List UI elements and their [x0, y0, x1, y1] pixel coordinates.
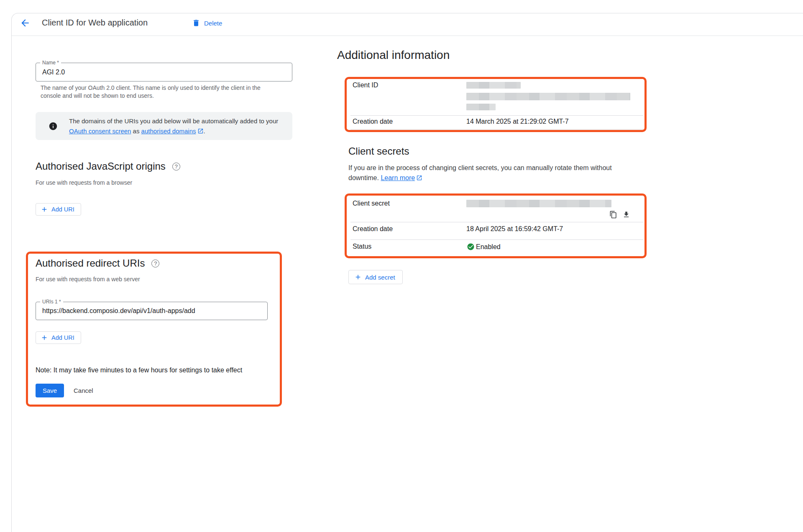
- client-id-redacted-bar: [466, 104, 496, 110]
- client-name-helper-text: The name of your OAuth 2.0 client. This …: [41, 84, 273, 100]
- settings-note-text: Note: It may take five minutes to a few …: [36, 367, 242, 374]
- row-divider: [350, 222, 643, 222]
- add-js-origin-uri-button[interactable]: Add URI: [36, 203, 81, 216]
- authorised-domains-link[interactable]: authorised domains: [141, 127, 196, 135]
- external-link-icon[interactable]: [416, 175, 422, 181]
- redirect-uris-section-title: Authorised redirect URIs ?: [36, 257, 159, 269]
- info-banner-text-2: as: [131, 127, 141, 135]
- client-secrets-title: Client secrets: [348, 145, 409, 157]
- js-origins-subtitle: For use with requests from a browser: [36, 179, 132, 186]
- learn-more-link[interactable]: Learn more: [381, 174, 415, 181]
- page-title: Client ID for Web application: [42, 18, 148, 28]
- client-secrets-description: If you are in the process of changing cl…: [348, 163, 637, 183]
- client-secret-creation-date-value: 18 April 2025 at 16:59:42 GMT-7: [466, 225, 563, 233]
- status-label: Status: [353, 243, 371, 250]
- delete-button-label: Delete: [204, 20, 222, 27]
- add-redirect-uri-button[interactable]: Add URI: [36, 331, 81, 344]
- annotation-box-redirect-uris: [26, 252, 282, 407]
- check-circle-icon: [467, 243, 475, 251]
- js-origins-section-title: Authorised JavaScript origins ?: [36, 160, 180, 172]
- add-secret-button[interactable]: Add secret: [348, 270, 403, 284]
- js-origins-help-icon[interactable]: ?: [172, 163, 180, 171]
- redirect-uri-field-outline: [36, 302, 268, 320]
- client-id-redacted-bar: [466, 93, 630, 100]
- cancel-button[interactable]: Cancel: [74, 387, 93, 394]
- client-secret-redacted-bar: [466, 200, 611, 207]
- row-divider: [350, 129, 643, 130]
- info-banner: The domains of the URIs you add below wi…: [36, 112, 292, 140]
- oauth-client-page: Client ID for Web application Delete Nam…: [0, 0, 803, 532]
- info-banner-text: The domains of the URIs you add below wi…: [69, 116, 284, 136]
- trash-icon: [192, 19, 200, 27]
- arrow-back-icon: [20, 18, 31, 28]
- client-secret-label: Client secret: [353, 200, 390, 207]
- external-link-icon[interactable]: [197, 128, 204, 134]
- copy-secret-button[interactable]: [609, 211, 617, 219]
- row-divider: [350, 115, 643, 116]
- download-secret-button[interactable]: [622, 211, 630, 219]
- redirect-uris-title-text: Authorised redirect URIs: [36, 257, 145, 269]
- info-banner-text-1: The domains of the URIs you add below wi…: [69, 117, 278, 125]
- client-id-redacted-bar: [466, 82, 521, 89]
- client-name-field-label: Name *: [40, 60, 61, 66]
- download-icon: [622, 211, 630, 219]
- status-badge: Enabled: [467, 243, 501, 251]
- additional-information-title: Additional information: [337, 48, 450, 62]
- delete-button[interactable]: Delete: [189, 17, 225, 29]
- redirect-uris-subtitle: For use with requests from a web server: [36, 276, 140, 283]
- plus-icon: [41, 206, 48, 213]
- row-divider: [350, 239, 643, 240]
- client-id-label: Client ID: [353, 81, 378, 89]
- info-icon: [49, 122, 58, 131]
- plus-icon: [354, 273, 362, 281]
- plus-icon: [41, 334, 48, 341]
- js-origins-title-text: Authorised JavaScript origins: [36, 160, 166, 172]
- redirect-uris-help-icon[interactable]: ?: [151, 260, 159, 267]
- add-uri-button-label: Add URI: [51, 334, 74, 341]
- client-id-creation-date-label: Creation date: [353, 118, 393, 125]
- redirect-uri-input[interactable]: [36, 303, 267, 319]
- add-secret-button-label: Add secret: [365, 274, 395, 281]
- redirect-uri-field-label: URIs 1 *: [40, 299, 63, 305]
- header-divider: [12, 36, 803, 36]
- client-name-input[interactable]: [36, 64, 292, 81]
- client-name-field-outline: [36, 63, 292, 81]
- oauth-consent-screen-link[interactable]: OAuth consent screen: [69, 127, 131, 135]
- status-value-text: Enabled: [476, 243, 501, 251]
- save-button[interactable]: Save: [36, 384, 64, 397]
- info-banner-text-3: .: [204, 127, 205, 135]
- client-secret-creation-date-label: Creation date: [353, 225, 393, 233]
- back-button[interactable]: [19, 18, 31, 29]
- copy-icon: [609, 211, 617, 219]
- client-id-creation-date-value: 14 March 2025 at 21:29:02 GMT-7: [466, 118, 569, 125]
- add-uri-button-label: Add URI: [51, 206, 74, 213]
